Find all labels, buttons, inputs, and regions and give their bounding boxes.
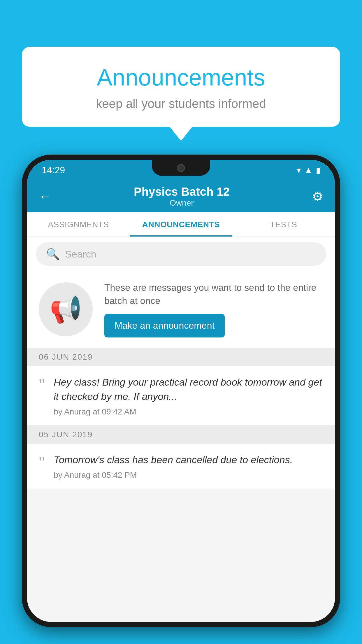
batch-role: Owner <box>134 198 230 208</box>
announcement-item-2[interactable]: " Tomorrow's class has been cancelled du… <box>27 444 335 489</box>
header-title-block: Physics Batch 12 Owner <box>134 185 230 208</box>
quote-icon-2: " <box>39 454 45 472</box>
announcement-content-2: Tomorrow's class has been cancelled due … <box>54 453 323 480</box>
announcement-meta-2: by Anurag at 05:42 PM <box>54 470 323 480</box>
back-button[interactable]: ← <box>39 189 52 204</box>
search-icon: 🔍 <box>46 248 60 260</box>
megaphone-icon: 📢 <box>50 294 82 325</box>
announcement-text-2: Tomorrow's class has been cancelled due … <box>54 453 323 467</box>
phone-wrapper: 14:29 ▾ ▲ ▮ ← Physics Batch 12 Owner ⚙ <box>22 155 340 644</box>
announcement-text-1: Hey class! Bring your practical record b… <box>54 375 323 404</box>
date-label-1: 06 JUN 2019 <box>39 352 93 361</box>
announcement-item-1[interactable]: " Hey class! Bring your practical record… <box>27 366 335 426</box>
promo-card: 📢 These are messages you want to send to… <box>27 271 335 348</box>
search-bar[interactable]: 🔍 Search <box>36 242 326 266</box>
search-placeholder: Search <box>65 249 96 260</box>
speech-bubble-title: Announcements <box>36 64 326 91</box>
content-area: 🔍 Search 📢 These are messages you want t… <box>27 237 335 622</box>
app-header: ← Physics Batch 12 Owner ⚙ <box>27 180 335 212</box>
tab-announcements[interactable]: ANNOUNCEMENTS <box>130 212 232 237</box>
speech-bubble-card: Announcements keep all your students inf… <box>22 47 340 127</box>
promo-content: These are messages you want to send to t… <box>104 281 323 337</box>
bottom-section <box>27 489 335 622</box>
megaphone-circle: 📢 <box>39 282 93 336</box>
date-divider-1: 06 JUN 2019 <box>27 348 335 366</box>
tab-assignments[interactable]: ASSIGNMENTS <box>27 212 130 237</box>
tabs-bar: ASSIGNMENTS ANNOUNCEMENTS TESTS <box>27 212 335 237</box>
tab-tests[interactable]: TESTS <box>232 212 335 237</box>
settings-icon[interactable]: ⚙ <box>312 189 323 204</box>
speech-bubble-subtitle: keep all your students informed <box>36 97 326 111</box>
camera-dot <box>177 164 185 172</box>
wifi-icon: ▾ <box>297 165 301 175</box>
status-icons: ▾ ▲ ▮ <box>297 165 320 175</box>
quote-icon-1: " <box>39 377 45 394</box>
batch-name: Physics Batch 12 <box>134 185 230 198</box>
date-divider-2: 05 JUN 2019 <box>27 425 335 444</box>
make-announcement-button[interactable]: Make an announcement <box>104 314 225 337</box>
phone-frame: 14:29 ▾ ▲ ▮ ← Physics Batch 12 Owner ⚙ <box>22 155 340 627</box>
phone-notch <box>152 160 210 176</box>
search-container: 🔍 Search <box>27 237 335 271</box>
promo-description: These are messages you want to send to t… <box>104 281 323 307</box>
phone-screen: 14:29 ▾ ▲ ▮ ← Physics Batch 12 Owner ⚙ <box>27 160 335 622</box>
signal-icon: ▲ <box>304 165 312 175</box>
announcement-meta-1: by Anurag at 09:42 AM <box>54 407 323 416</box>
status-time: 14:29 <box>42 165 65 176</box>
date-label-2: 05 JUN 2019 <box>39 430 93 439</box>
battery-icon: ▮ <box>316 165 320 175</box>
announcement-content-1: Hey class! Bring your practical record b… <box>54 375 323 417</box>
